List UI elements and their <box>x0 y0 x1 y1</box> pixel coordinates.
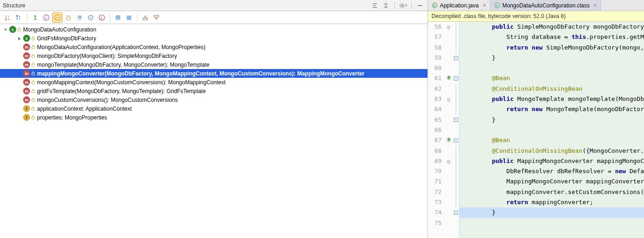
tab-label: MongoDataAutoConfiguration.class <box>502 2 590 9</box>
fold-gutter[interactable]: −−−−− <box>453 22 459 238</box>
code-line[interactable]: } <box>459 53 644 63</box>
line-number-gutter: 5657585960616263646566676869707172737475 <box>428 22 445 238</box>
tree-row[interactable]: mmongoTemplate(MongoDbFactory, MongoConv… <box>0 60 427 69</box>
svg-rect-18 <box>154 15 159 17</box>
svg-rect-21 <box>31 47 34 49</box>
structure-tree[interactable]: ▼ c MongoDataAutoConfiguration▶cGridFsMo… <box>0 24 427 238</box>
autoscroll-to-source-icon[interactable] <box>140 13 150 23</box>
view-mode-icon-2[interactable] <box>381 1 390 10</box>
code-line[interactable]: return new MongoTemplate(mongoDbFactor <box>459 104 644 114</box>
svg-text:c: c <box>433 4 435 8</box>
code-line[interactable]: mappingConverter.setCustomConversions( <box>459 187 644 197</box>
svg-rect-25 <box>31 82 34 84</box>
code-line[interactable]: return mappingConverter; <box>459 197 644 207</box>
expand-arrow-icon[interactable]: ▶ <box>17 36 22 41</box>
override-gutter-icon[interactable] <box>446 137 452 144</box>
close-icon[interactable]: ✕ <box>483 3 486 8</box>
svg-text:c: c <box>496 4 498 8</box>
code-line[interactable]: public MongoTemplate mongoTemplate(Mongo… <box>459 94 644 104</box>
fold-open-icon[interactable]: − <box>454 138 458 143</box>
lock-icon <box>31 115 35 120</box>
svg-rect-24 <box>31 73 34 75</box>
editor-tab[interactable]: cApplication.java✕ <box>428 0 490 11</box>
tree-row[interactable]: fproperties: MongoProperties <box>0 113 427 122</box>
show-fields-icon[interactable]: f <box>52 13 62 23</box>
lock-icon <box>31 36 35 41</box>
sort-alpha-desc-icon[interactable]: za <box>3 13 13 23</box>
annotation-indicator-icon[interactable]: @ <box>447 96 450 102</box>
editor-tab[interactable]: cMongoDataAutoConfiguration.class✕ <box>490 0 601 11</box>
show-inherited-icon[interactable] <box>74 13 85 23</box>
method-badge-icon: m <box>23 88 30 94</box>
code-line[interactable]: @Bean <box>459 135 644 145</box>
svg-rect-11 <box>67 17 70 20</box>
annotation-gutter[interactable]: @@@ <box>445 22 453 238</box>
settings-icon[interactable]: ▾ <box>398 1 408 10</box>
lock-icon <box>31 71 35 76</box>
show-supertypes-icon[interactable] <box>30 13 40 23</box>
code-line[interactable]: } <box>459 207 644 218</box>
svg-text:p: p <box>45 16 47 20</box>
expand-all-icon[interactable] <box>113 13 123 23</box>
fold-open-icon[interactable]: − <box>454 76 458 81</box>
svg-rect-1 <box>418 5 422 6</box>
code-line[interactable] <box>459 63 644 73</box>
class-badge-icon: c <box>9 26 16 33</box>
fold-close-icon[interactable]: − <box>454 56 458 60</box>
file-icon: c <box>494 2 501 9</box>
sort-alpha-asc-icon[interactable]: az <box>14 13 24 23</box>
svg-rect-20 <box>31 38 34 40</box>
lock-icon[interactable] <box>63 13 74 23</box>
method-badge-icon: m <box>23 61 30 68</box>
show-properties-icon[interactable]: p <box>41 13 51 23</box>
override-gutter-icon[interactable] <box>446 75 452 82</box>
tree-label: GridFsMongoDbFactory <box>37 35 96 42</box>
code-line[interactable]: MappingMongoConverter mappingConverter <box>459 176 644 187</box>
code-line[interactable]: @ConditionalOnMissingBean({MongoConverte… <box>459 146 644 156</box>
annotation-indicator-icon[interactable]: @ <box>447 24 450 30</box>
tree-row[interactable]: ▶cGridFsMongoDbFactory <box>0 34 427 43</box>
editor-panel: cApplication.java✕cMongoDataAutoConfigur… <box>428 0 644 238</box>
tree-row[interactable]: mmongoDbFactory(MongoClient): SimpleMong… <box>0 51 427 60</box>
collapse-all-icon[interactable] <box>124 13 134 23</box>
tree-row-root[interactable]: ▼ c MongoDataAutoConfiguration <box>0 25 427 34</box>
expand-arrow-icon[interactable]: ▼ <box>3 27 8 32</box>
autoscroll-from-source-icon[interactable] <box>151 13 161 23</box>
decompile-banner: Decompiled .class file, bytecode version… <box>428 11 644 22</box>
close-icon[interactable]: ✕ <box>593 3 597 8</box>
fold-close-icon[interactable]: − <box>454 118 458 122</box>
code-line[interactable]: @ConditionalOnMissingBean <box>459 84 644 94</box>
code-line[interactable]: DbRefResolver dbRefResolver = new Defa <box>459 166 644 176</box>
tree-row[interactable]: mmongoCustomConversions(): MongoCustomCo… <box>0 95 427 104</box>
fold-close-icon[interactable]: − <box>454 211 458 215</box>
tree-label: mappingMongoConverter(MongoDbFactory, Mo… <box>37 70 365 77</box>
lock-icon <box>31 106 35 111</box>
code-line[interactable]: @Bean <box>459 73 644 83</box>
svg-rect-27 <box>31 100 34 102</box>
tree-row[interactable]: fapplicationContext: ApplicationContext <box>0 104 427 113</box>
view-mode-icon-1[interactable] <box>370 1 379 10</box>
hide-icon[interactable] <box>415 1 425 10</box>
tree-row[interactable]: mmongoMappingContext(MongoCustomConversi… <box>0 78 427 87</box>
tree-row[interactable]: mMongoDataAutoConfiguration(ApplicationC… <box>0 43 427 51</box>
panel-title: Structure <box>3 2 25 9</box>
tree-row[interactable]: mmappingMongoConverter(MongoDbFactory, M… <box>0 69 427 78</box>
show-anonymous-icon[interactable] <box>86 13 96 23</box>
code-line[interactable]: public SimpleMongoDbFactory mongoDbFacto… <box>459 22 644 32</box>
code-line[interactable]: } <box>459 115 644 125</box>
annotation-indicator-icon[interactable]: @ <box>447 158 450 164</box>
show-lambda-icon[interactable]: λ <box>97 13 107 23</box>
lock-icon <box>31 54 35 58</box>
code-editor[interactable]: 5657585960616263646566676869707172737475… <box>428 22 644 238</box>
code-line[interactable]: String database = this.properties.getM <box>459 32 644 42</box>
tree-row[interactable]: mgridFsTemplate(MongoDbFactory, MongoTem… <box>0 87 427 95</box>
code-area[interactable]: public SimpleMongoDbFactory mongoDbFacto… <box>459 22 644 238</box>
lock-icon <box>31 63 35 67</box>
code-line[interactable]: return new SimpleMongoDbFactory(mongo, <box>459 43 644 53</box>
code-line[interactable] <box>459 218 644 228</box>
code-line[interactable]: public MappingMongoConverter mappingMong… <box>459 156 644 166</box>
editor-tabs: cApplication.java✕cMongoDataAutoConfigur… <box>428 0 644 11</box>
panel-header: Structure ▾ <box>0 0 427 11</box>
code-line[interactable] <box>459 125 644 135</box>
tree-label: mongoTemplate(MongoDbFactory, MongoConve… <box>37 62 210 68</box>
